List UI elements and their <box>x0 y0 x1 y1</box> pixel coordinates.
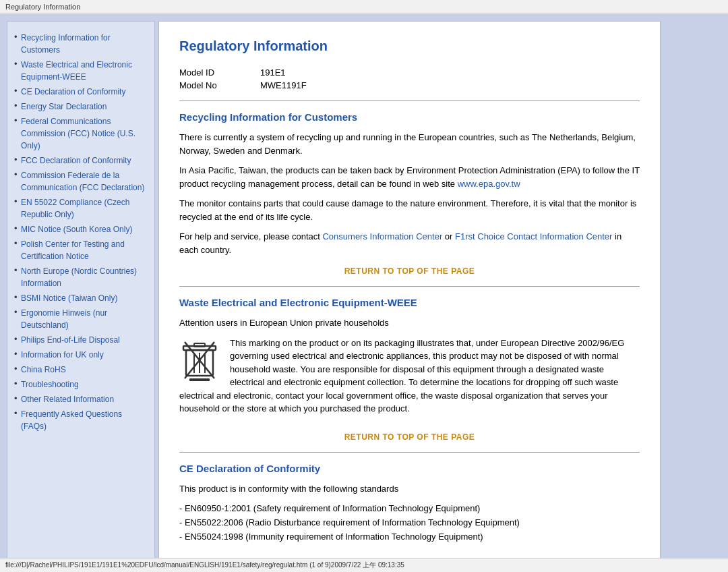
sidebar: Recycling Information for Customers Wast… <box>7 21 155 561</box>
sidebar-item-energystar[interactable]: Energy Star Declaration <box>14 101 148 113</box>
weee-icon <box>179 337 220 384</box>
sidebar-item-bsmi[interactable]: BSMI Notice (Taiwan Only) <box>14 292 148 304</box>
sidebar-link-energystar[interactable]: Energy Star Declaration <box>21 102 107 111</box>
sidebar-link-ce[interactable]: CE Declaration of Conformity <box>21 87 125 96</box>
sidebar-link-other[interactable]: Other Related Information <box>21 395 114 404</box>
right-panel <box>661 21 721 561</box>
sidebar-link-bsmi[interactable]: BSMI Notice (Taiwan Only) <box>21 293 117 303</box>
return-link-1[interactable]: RETURN TO TOP OF THE PAGE <box>179 266 640 276</box>
status-bar: file:///D|/Rachel/PHILIPS/191E1/191E1%20… <box>0 558 728 572</box>
sidebar-link-fccdecl[interactable]: FCC Declaration of Conformity <box>21 156 131 165</box>
ce-standard-2: EN55022:2006 (Radio Disturbance requirem… <box>179 516 640 530</box>
model-no-label: Model No <box>179 80 233 90</box>
ce-section: CE Declaration of Conformity This produc… <box>179 463 640 544</box>
model-table: Model ID 191E1 Model No MWE1191F <box>179 67 640 90</box>
sidebar-link-uk[interactable]: Information for UK only <box>21 350 104 360</box>
sidebar-item-ce[interactable]: CE Declaration of Conformity <box>14 86 148 98</box>
sidebar-link-commfcc[interactable]: Commission Federale de la Communication … <box>21 171 144 192</box>
ce-standard-1: EN60950-1:2001 (Safety requirement of In… <box>179 502 640 516</box>
status-bar-text: file:///D|/Rachel/PHILIPS/191E1/191E1%20… <box>5 561 404 569</box>
recycling-para4a: For help and service, please contact <box>179 231 320 241</box>
recycling-para2-text: In Asia Pacific, Taiwan, the products ca… <box>179 165 640 189</box>
sidebar-item-faqs[interactable]: Frequently Asked Questions (FAQs) <box>14 408 148 432</box>
weee-section: Waste Electrical and Electronic Equipmen… <box>179 297 640 422</box>
weee-para2: This marking on the product or on its pa… <box>179 337 640 416</box>
sidebar-item-uk[interactable]: Information for UK only <box>14 349 148 361</box>
ce-standard-3: EN55024:1998 (Immunity requirement of In… <box>179 530 640 544</box>
svg-rect-8 <box>189 378 210 381</box>
return-top-link-1[interactable]: RETURN TO TOP OF THE PAGE <box>344 266 475 276</box>
sidebar-item-other[interactable]: Other Related Information <box>14 393 148 405</box>
divider-ce-top <box>179 452 640 453</box>
consumers-info-link[interactable]: Consumers Information Center <box>322 231 442 241</box>
sidebar-item-china[interactable]: China RoHS <box>14 364 148 376</box>
divider-top <box>179 101 640 101</box>
sidebar-link-china[interactable]: China RoHS <box>21 365 66 374</box>
recycling-section: Recycling Information for Customers Ther… <box>179 111 640 256</box>
page-title: Regulatory Information <box>179 38 640 54</box>
model-id-value: 191E1 <box>260 67 286 78</box>
recycling-para3: The monitor contains parts that could ca… <box>179 197 640 223</box>
sidebar-link-en55022[interactable]: EN 55022 Compliance (Czech Republic Only… <box>21 198 129 219</box>
return-link-2[interactable]: RETURN TO TOP OF THE PAGE <box>179 432 640 442</box>
sidebar-nav: Recycling Information for Customers Wast… <box>14 32 148 432</box>
epa-link[interactable]: www.epa.gov.tw <box>458 179 520 189</box>
title-bar: Regulatory Information <box>0 0 728 14</box>
sidebar-item-mic[interactable]: MIC Notice (South Korea Only) <box>14 223 148 235</box>
sidebar-item-troubleshooting[interactable]: Troubleshooting <box>14 378 148 391</box>
sidebar-link-weee[interactable]: Waste Electrical and Electronic Equipmen… <box>21 60 132 82</box>
weee-bin-svg <box>179 337 220 384</box>
ce-title: CE Declaration of Conformity <box>179 463 640 474</box>
sidebar-item-weee[interactable]: Waste Electrical and Electronic Equipmen… <box>14 59 148 83</box>
sidebar-item-nordic[interactable]: North Europe (Nordic Countries) Informat… <box>14 265 148 289</box>
weee-content-block: This marking on the product or on its pa… <box>179 337 640 422</box>
sidebar-link-faqs[interactable]: Frequently Asked Questions (FAQs) <box>21 409 122 431</box>
content-area: Regulatory Information Model ID 191E1 Mo… <box>158 21 661 561</box>
sidebar-link-fcc[interactable]: Federal Communications Commission (FCC) … <box>21 117 135 150</box>
sidebar-item-polish[interactable]: Polish Center for Testing and Certificat… <box>14 238 148 262</box>
sidebar-item-fcc[interactable]: Federal Communications Commission (FCC) … <box>14 115 148 152</box>
weee-title: Waste Electrical and Electronic Equipmen… <box>179 297 640 308</box>
sidebar-link-troubleshooting[interactable]: Troubleshooting <box>21 380 79 389</box>
sidebar-link-disposal[interactable]: Philips End-of-Life Disposal <box>21 335 120 345</box>
sidebar-item-en55022[interactable]: EN 55022 Compliance (Czech Republic Only… <box>14 196 148 221</box>
ce-para1: This product is in conformity with the f… <box>179 482 640 496</box>
divider-weee-top <box>179 286 640 287</box>
sidebar-item-fccdecl[interactable]: FCC Declaration of Conformity <box>14 154 148 167</box>
sidebar-link-ergonomie[interactable]: Ergonomie Hinweis (nur Deutschland) <box>21 308 107 330</box>
model-no-row: Model No MWE1191F <box>179 80 640 90</box>
sidebar-item-commfcc[interactable]: Commission Federale de la Communication … <box>14 169 148 194</box>
sidebar-link-recycling[interactable]: Recycling Information for Customers <box>21 33 111 55</box>
sidebar-item-disposal[interactable]: Philips End-of-Life Disposal <box>14 334 148 346</box>
weee-para1: Attention users in European Union privat… <box>179 316 640 330</box>
model-id-row: Model ID 191E1 <box>179 67 640 78</box>
sidebar-link-mic[interactable]: MIC Notice (South Korea Only) <box>21 225 132 234</box>
title-bar-text: Regulatory Information <box>5 3 80 11</box>
f1rst-choice-link[interactable]: F1rst Choice Contact Information Center <box>455 231 612 241</box>
sidebar-link-polish[interactable]: Polish Center for Testing and Certificat… <box>21 239 125 261</box>
recycling-para2: In Asia Pacific, Taiwan, the products ca… <box>179 164 640 190</box>
recycling-title: Recycling Information for Customers <box>179 111 640 123</box>
model-no-value: MWE1191F <box>260 80 307 90</box>
svg-rect-2 <box>194 343 205 347</box>
sidebar-item-recycling[interactable]: Recycling Information for Customers <box>14 32 148 56</box>
return-top-link-2[interactable]: RETURN TO TOP OF THE PAGE <box>344 432 475 442</box>
recycling-para4: For help and service, please contact Con… <box>179 230 640 256</box>
sidebar-item-ergonomie[interactable]: Ergonomie Hinweis (nur Deutschland) <box>14 307 148 331</box>
ce-standards-list: EN60950-1:2001 (Safety requirement of In… <box>179 502 640 544</box>
recycling-para1: There is currently a system of recycling… <box>179 131 640 157</box>
model-id-label: Model ID <box>179 67 233 78</box>
sidebar-link-nordic[interactable]: North Europe (Nordic Countries) Informat… <box>21 266 137 288</box>
